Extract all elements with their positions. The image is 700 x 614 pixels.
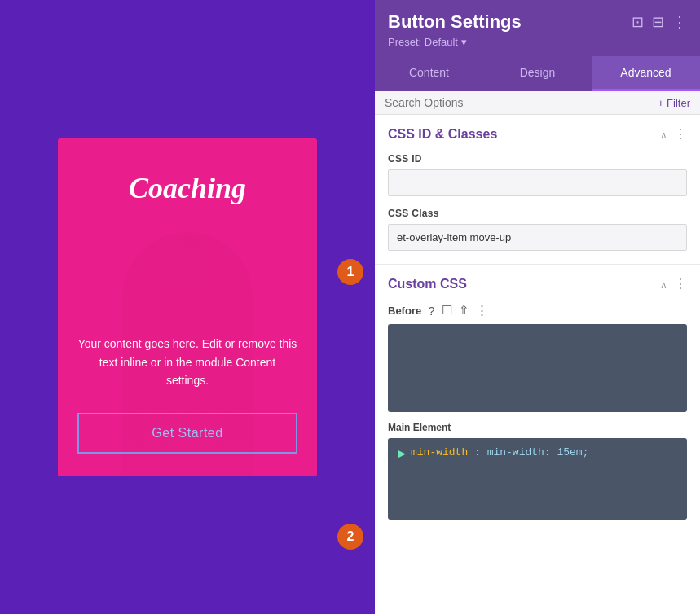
custom-css-section: Custom CSS Before ? ☐ ⇧ ⋮ Main Element — [375, 265, 700, 520]
settings-panel: Button Settings ⊡ ⊟ ⋮ Preset: Default ▾ … — [375, 0, 700, 614]
section-controls — [660, 126, 687, 142]
main-element-label: Main Element — [375, 412, 700, 438]
css-id-classes-title: CSS ID & Classes — [388, 127, 497, 142]
card-body-text: Your content goes here. Edit or remove t… — [77, 335, 297, 389]
css-id-classes-body: CSS ID CSS Class — [375, 153, 700, 264]
css-class-label: CSS Class — [388, 208, 687, 219]
css-id-classes-header: CSS ID & Classes — [375, 115, 700, 153]
more-options-icon[interactable]: ⋮ — [672, 13, 687, 31]
step-badge-1: 1 — [337, 259, 363, 285]
css-class-input[interactable] — [388, 224, 687, 251]
css-id-input[interactable] — [388, 169, 687, 196]
before-css-editor[interactable] — [388, 324, 687, 412]
step-badge-2: 2 — [337, 524, 363, 550]
main-element-css-editor[interactable]: ▶ min-width : min-width: 15em; — [388, 438, 687, 520]
collapse-section-icon[interactable] — [660, 128, 667, 141]
module-card: Coaching Your content goes here. Edit or… — [58, 138, 317, 476]
section-more-icon[interactable] — [674, 126, 687, 142]
columns-icon[interactable]: ⊟ — [652, 13, 664, 31]
preset-label[interactable]: Preset: Default ▾ — [388, 36, 687, 48]
help-icon[interactable]: ? — [428, 304, 434, 318]
custom-css-header: Custom CSS — [375, 265, 700, 303]
custom-css-controls — [660, 276, 687, 292]
tab-content[interactable]: Content — [375, 56, 483, 91]
filter-button[interactable]: + Filter — [658, 97, 690, 109]
expand-arrow-icon: ▶ — [398, 447, 406, 459]
mobile-icon[interactable]: ☐ — [442, 303, 452, 318]
canvas-panel: Coaching Your content goes here. Edit or… — [0, 0, 375, 614]
more-css-icon[interactable]: ⋮ — [476, 303, 488, 318]
custom-css-title: Custom CSS — [388, 277, 467, 292]
before-label: Before — [388, 305, 421, 317]
sections-container: CSS ID & Classes CSS ID CSS Class Custom… — [375, 115, 700, 614]
card-cta-button[interactable]: Get Started — [77, 413, 297, 454]
search-input[interactable] — [385, 96, 658, 109]
tab-design[interactable]: Design — [483, 56, 592, 91]
header-actions: ⊡ ⊟ ⋮ — [632, 13, 687, 31]
css-id-classes-section: CSS ID & Classes CSS ID CSS Class — [375, 115, 700, 265]
card-content: Coaching Your content goes here. Edit or… — [58, 138, 317, 476]
settings-tabs: Content Design Advanced — [375, 56, 700, 91]
card-title: Coaching — [129, 171, 246, 205]
panel-header: Button Settings ⊡ ⊟ ⋮ Preset: Default ▾ — [375, 0, 700, 56]
css-id-label: CSS ID — [388, 153, 687, 164]
css-before-toolbar: Before ? ☐ ⇧ ⋮ — [375, 303, 700, 324]
custom-css-more-icon[interactable] — [674, 276, 687, 292]
search-bar: + Filter — [375, 91, 700, 115]
css-code-content: min-width : min-width: 15em; — [411, 446, 588, 458]
header-top-row: Button Settings ⊡ ⊟ ⋮ — [388, 11, 687, 33]
cursor-icon[interactable]: ⇧ — [459, 303, 469, 318]
panel-title: Button Settings — [388, 11, 522, 33]
collapse-custom-css-icon[interactable] — [660, 278, 667, 291]
tab-advanced[interactable]: Advanced — [592, 56, 700, 91]
expand-icon[interactable]: ⊡ — [632, 13, 644, 31]
